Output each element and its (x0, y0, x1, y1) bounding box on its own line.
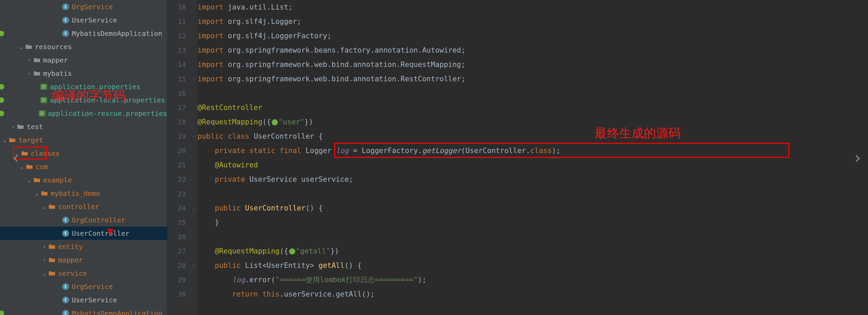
fold-marker[interactable] (191, 100, 198, 115)
code-line[interactable]: @Autowired (198, 158, 868, 172)
fold-marker[interactable] (191, 172, 198, 187)
code-line[interactable]: @RequestMapping({"user"}) (198, 115, 868, 129)
svg-rect-8 (40, 114, 43, 115)
fold-marker[interactable] (191, 29, 198, 43)
code-line[interactable]: public List<UserEntity> getAll() { (198, 258, 868, 273)
tree-item[interactable]: CUserController➤ (0, 227, 167, 240)
code-line[interactable]: import org.springframework.web.bind.anno… (198, 72, 868, 86)
properties-icon (39, 110, 46, 117)
fold-marker[interactable]: ⌐ (191, 201, 198, 215)
chevron-icon[interactable]: › (41, 244, 48, 249)
tree-item[interactable]: ›test (0, 120, 167, 133)
code-line[interactable]: log.error("======使用lombok打印日志=========")… (198, 273, 868, 287)
properties-icon (40, 97, 48, 104)
tree-item[interactable]: ⌄classes (0, 147, 167, 160)
folder-icon (16, 123, 25, 130)
fold-marker[interactable] (191, 287, 198, 301)
fold-marker[interactable] (191, 273, 198, 287)
fold-marker[interactable] (191, 244, 198, 258)
fold-marker[interactable]: ⌐ (191, 129, 198, 143)
folder-icon (33, 70, 41, 77)
chevron-icon[interactable]: ⌄ (18, 44, 25, 50)
tree-item[interactable]: ›mybatis (0, 67, 167, 80)
tree-item-label: mybatis_demo (51, 189, 100, 197)
chevron-icon[interactable]: ⌄ (41, 204, 48, 209)
chevron-icon[interactable]: ⌄ (41, 271, 48, 276)
fold-marker[interactable] (191, 215, 198, 230)
code-line[interactable]: import java.util.List; (198, 0, 868, 14)
svg-rect-4 (42, 100, 46, 100)
code-line[interactable] (198, 230, 868, 244)
fold-marker[interactable] (191, 230, 198, 244)
chevron-icon[interactable]: › (41, 257, 48, 263)
fold-marker[interactable] (191, 43, 198, 57)
folder-icon (48, 243, 56, 250)
code-line[interactable] (198, 187, 868, 201)
code-line[interactable]: public UserController() { (198, 201, 868, 215)
redbox-code (334, 143, 789, 158)
tree-item[interactable]: CUserService (0, 13, 167, 27)
chevron-icon[interactable]: › (26, 71, 33, 76)
tree-item-label: OrgService (72, 283, 113, 291)
code-line[interactable] (198, 86, 868, 100)
code-line[interactable]: @RequestMapping({"getall"}) (198, 244, 868, 258)
fold-marker[interactable] (191, 143, 198, 158)
code-line[interactable]: } (198, 215, 868, 230)
code-line[interactable]: return this.userService.getAll(); (198, 287, 868, 301)
code-line[interactable]: private UserService userService; (198, 172, 868, 187)
tree-item[interactable]: ⌄service (0, 266, 167, 280)
tree-item-label: target (18, 136, 43, 144)
code-line[interactable]: import org.springframework.web.bind.anno… (198, 57, 868, 72)
line-number: 23 (167, 187, 186, 201)
chevron-icon[interactable]: ⌄ (26, 177, 33, 183)
fold-marker[interactable]: ⌐ (191, 72, 198, 86)
tree-item[interactable]: ›entity (0, 240, 167, 253)
tree-item[interactable]: ⌄mybatis_demo (0, 187, 167, 200)
tree-item[interactable]: CMybatisDemoApplication (0, 27, 167, 40)
fold-column[interactable]: ⌐⌐⌐⌐ (191, 0, 198, 315)
tree-item[interactable]: CMybatisDemoApplication (0, 306, 167, 315)
tree-item[interactable]: CUserService (0, 293, 167, 306)
next-arrow[interactable]: › (853, 148, 863, 167)
tree-item[interactable]: ›mapper (0, 53, 167, 67)
chevron-icon[interactable]: ⌄ (33, 191, 40, 196)
fold-marker[interactable] (191, 0, 198, 14)
code-line[interactable]: import org.slf4j.Logger; (198, 14, 868, 29)
fold-marker[interactable] (191, 115, 198, 129)
class-icon: C (62, 297, 70, 303)
fold-marker[interactable] (191, 86, 198, 100)
code-line[interactable]: @RestController (198, 100, 868, 115)
line-number: 19 (167, 129, 186, 143)
folder-icon (40, 190, 49, 197)
chevron-icon[interactable]: › (10, 124, 16, 129)
tree-item[interactable]: ⌄resources (0, 40, 167, 53)
tree-item[interactable]: COrgService (0, 0, 167, 13)
fold-marker[interactable] (191, 187, 198, 201)
tree-item[interactable]: ⌄example (0, 173, 167, 187)
code-line[interactable]: import org.springframework.beans.factory… (198, 43, 868, 57)
chevron-icon[interactable]: › (26, 57, 33, 63)
fold-marker[interactable] (191, 158, 198, 172)
fold-marker[interactable]: ⌐ (191, 258, 198, 273)
project-tree[interactable]: COrgServiceCUserServiceCMybatisDemoAppli… (0, 0, 167, 315)
tree-item[interactable]: ⌄controller (0, 200, 167, 213)
code-line[interactable]: import org.slf4j.LoggerFactory; (198, 29, 868, 43)
prev-arrow[interactable]: ‹ (11, 148, 21, 167)
tree-item-label: mapper (58, 256, 83, 264)
line-number: 16 (167, 86, 186, 100)
fold-marker[interactable] (191, 14, 198, 29)
fold-marker[interactable] (191, 57, 198, 72)
tree-item-label: resources (35, 43, 72, 51)
tree-item-label: mybatis (43, 69, 72, 78)
tree-item[interactable]: ⌄target (0, 133, 167, 147)
tree-item[interactable]: COrgService (0, 280, 167, 293)
tree-item[interactable]: ⌄com (0, 160, 167, 173)
tree-item[interactable]: ›mapper (0, 253, 167, 266)
line-number: 24 (167, 201, 186, 215)
line-number: 11 (167, 14, 186, 29)
code-line[interactable]: public class UserController { (198, 129, 868, 143)
tree-item[interactable]: application-rescue.properties (0, 107, 167, 120)
tree-item-label: MybatisDemoApplication (72, 29, 162, 38)
chevron-icon[interactable]: ⌄ (1, 137, 8, 143)
tree-item[interactable]: COrgController (0, 213, 167, 227)
